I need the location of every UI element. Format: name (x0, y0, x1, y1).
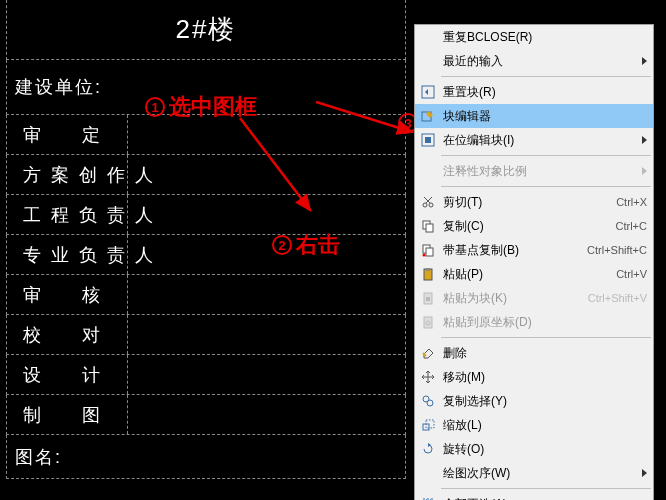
menu-item-label: 复制(C) (443, 218, 606, 235)
menu-item-shortcut: Ctrl+C (616, 220, 647, 232)
menu-item-16[interactable]: 删除 (415, 341, 653, 365)
menu-item-1[interactable]: 最近的输入 (415, 49, 653, 73)
menu-item-18[interactable]: 复制选择(Y) (415, 389, 653, 413)
svg-rect-17 (424, 317, 432, 328)
menu-item-label: 块编辑器 (443, 108, 647, 125)
deselect-icon (419, 496, 437, 500)
row-label-3: 专业负责人 (7, 243, 127, 267)
menu-item-7: 注释性对象比例 (415, 159, 653, 183)
footer-label: 图名: (7, 445, 70, 469)
badge-1: 1 (145, 97, 165, 117)
row-label-2: 工程负责人 (7, 203, 127, 227)
context-menu: 重复BCLOSE(R)最近的输入重置块(R)块编辑器在位编辑块(I)注释性对象比… (414, 24, 654, 500)
menu-item-21[interactable]: 绘图次序(W) (415, 461, 653, 485)
menu-item-label: 粘贴为块(K) (443, 290, 578, 307)
menu-item-shortcut: Ctrl+Shift+V (588, 292, 647, 304)
annotation-2-text: 右击 (296, 230, 340, 260)
menu-item-label: 删除 (443, 345, 647, 362)
blank-icon (419, 163, 437, 179)
badge-2: 2 (272, 235, 292, 255)
chevron-right-icon (642, 57, 647, 65)
svg-point-12 (423, 254, 426, 257)
svg-rect-16 (426, 297, 430, 301)
row-label-7: 制 图 (7, 403, 127, 427)
menu-item-20[interactable]: 旋转(O) (415, 437, 653, 461)
menu-item-label: 带基点复制(B) (443, 242, 577, 259)
menu-item-label: 全部不选(A) (443, 496, 647, 501)
annotation-2: 2 右击 (272, 230, 340, 260)
blockedit-icon (419, 108, 437, 124)
menu-item-shortcut: Ctrl+X (616, 196, 647, 208)
row-label-4: 审 核 (7, 283, 127, 307)
blank-icon (419, 29, 437, 45)
title-header: 2#楼 (6, 0, 406, 60)
chevron-right-icon (642, 167, 647, 175)
menu-item-12[interactable]: 粘贴(P)Ctrl+V (415, 262, 653, 286)
blank-icon (419, 53, 437, 69)
menu-item-label: 缩放(L) (443, 417, 647, 434)
menu-item-3[interactable]: 重置块(R) (415, 80, 653, 104)
svg-rect-5 (425, 137, 431, 143)
drawing-title-block[interactable]: 2#楼 建设单位: 审 定 方案创作人 工程负责人 专业负责人 审 核 校 对 (6, 0, 406, 479)
row-label-1: 方案创作人 (7, 163, 127, 187)
copy-icon (419, 218, 437, 234)
chevron-right-icon (642, 136, 647, 144)
inplace-icon (419, 132, 437, 148)
rotate-icon (419, 441, 437, 457)
menu-item-shortcut: Ctrl+Shift+C (587, 244, 647, 256)
menu-item-23[interactable]: 全部不选(A) (415, 492, 653, 500)
menu-item-label: 复制选择(Y) (443, 393, 647, 410)
erase-icon (419, 345, 437, 361)
menu-item-label: 移动(M) (443, 369, 647, 386)
paste-icon (419, 266, 437, 282)
annotation-1: 1 选中图框 (145, 92, 257, 122)
menu-item-label: 注释性对象比例 (443, 163, 636, 180)
chevron-right-icon (642, 469, 647, 477)
menu-item-label: 剪切(T) (443, 194, 606, 211)
menu-item-10[interactable]: 复制(C)Ctrl+C (415, 214, 653, 238)
cad-canvas[interactable]: 2#楼 建设单位: 审 定 方案创作人 工程负责人 专业负责人 审 核 校 对 (0, 0, 666, 500)
svg-rect-11 (426, 248, 433, 256)
menu-item-label: 粘贴到原坐标(D) (443, 314, 647, 331)
menu-separator (441, 155, 651, 156)
menu-item-label: 绘图次序(W) (443, 465, 636, 482)
menu-separator (441, 76, 651, 77)
menu-item-label: 在位编辑块(I) (443, 132, 636, 149)
pasteblock-icon (419, 290, 437, 306)
menu-item-5[interactable]: 在位编辑块(I) (415, 128, 653, 152)
svg-point-6 (423, 203, 427, 207)
copysel-icon (419, 393, 437, 409)
menu-item-0[interactable]: 重复BCLOSE(R) (415, 25, 653, 49)
menu-item-13: 粘贴为块(K)Ctrl+Shift+V (415, 286, 653, 310)
menu-item-9[interactable]: 剪切(T)Ctrl+X (415, 190, 653, 214)
reset-icon (419, 84, 437, 100)
menu-item-shortcut: Ctrl+V (616, 268, 647, 280)
menu-item-19[interactable]: 缩放(L) (415, 413, 653, 437)
unit-label: 建设单位: (7, 75, 110, 99)
menu-separator (441, 488, 651, 489)
annotation-1-text: 选中图框 (169, 92, 257, 122)
row-label-6: 设 计 (7, 363, 127, 387)
move-icon (419, 369, 437, 385)
menu-separator (441, 186, 651, 187)
menu-item-label: 旋转(O) (443, 441, 647, 458)
copybase-icon (419, 242, 437, 258)
menu-item-17[interactable]: 移动(M) (415, 365, 653, 389)
pasteorig-icon (419, 314, 437, 330)
scale-icon (419, 417, 437, 433)
menu-item-label: 重复BCLOSE(R) (443, 29, 647, 46)
svg-point-7 (429, 203, 433, 207)
blank-icon (419, 465, 437, 481)
svg-rect-9 (426, 224, 433, 232)
menu-item-label: 最近的输入 (443, 53, 636, 70)
menu-item-14: 粘贴到原坐标(D) (415, 310, 653, 334)
menu-item-4[interactable]: 块编辑器 (415, 104, 653, 128)
cut-icon (419, 194, 437, 210)
menu-item-label: 粘贴(P) (443, 266, 606, 283)
svg-point-20 (427, 400, 433, 406)
svg-rect-14 (426, 268, 430, 271)
menu-item-label: 重置块(R) (443, 84, 647, 101)
menu-item-11[interactable]: 带基点复制(B)Ctrl+Shift+C (415, 238, 653, 262)
row-label-0: 审 定 (7, 123, 127, 147)
menu-separator (441, 337, 651, 338)
